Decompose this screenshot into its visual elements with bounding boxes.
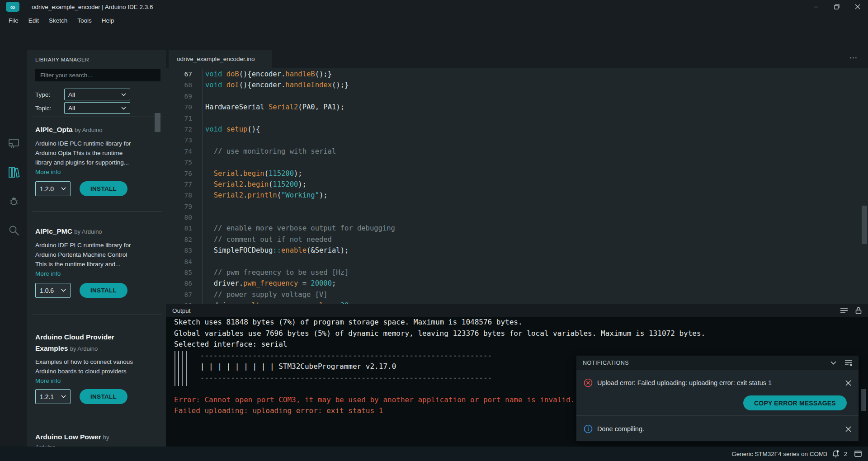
line-number: 68 xyxy=(166,80,202,90)
line-number: 81 xyxy=(166,223,202,234)
code-line: 68void doI(){encoder.handleIndex();} xyxy=(166,80,868,90)
code-line: 83 SimpleFOCDebug::enable(&Serial); xyxy=(166,245,868,256)
sidebar-item-debug[interactable] xyxy=(8,195,20,207)
install-button[interactable]: INSTALL xyxy=(80,389,127,404)
close-icon[interactable] xyxy=(845,426,851,432)
lock-scroll-icon[interactable] xyxy=(855,307,862,314)
clear-output-icon[interactable] xyxy=(840,307,848,314)
line-number: 86 xyxy=(166,278,202,289)
more-info-link[interactable]: More info xyxy=(35,269,161,278)
line-number: 71 xyxy=(166,113,202,124)
output-header: Output xyxy=(166,304,868,317)
sidebar-item-sketchbook[interactable] xyxy=(8,108,20,120)
sidebar-item-boards-manager[interactable] xyxy=(8,137,20,149)
library-name: AlPlc_PMC by Arduino xyxy=(35,226,161,237)
notification-count: 2 xyxy=(844,451,847,457)
library-name: Arduino Cloud Provider Examples by Ardui… xyxy=(35,331,161,354)
notification-item: Upload error: Failed uploading: uploadin… xyxy=(576,376,859,390)
more-actions-icon[interactable]: ⋯ xyxy=(849,52,858,63)
menu-sketch[interactable]: Sketch xyxy=(44,14,72,27)
version-value: 1.0.6 xyxy=(40,287,54,294)
line-number: 76 xyxy=(166,168,202,179)
output-line: Selected interface: serial xyxy=(174,339,868,350)
library-search-input[interactable] xyxy=(35,69,160,81)
more-info-link[interactable]: More info xyxy=(35,376,161,386)
line-number: 79 xyxy=(166,201,202,212)
minimize-button[interactable] xyxy=(806,0,826,14)
more-info-link[interactable]: More info xyxy=(35,167,161,177)
line-number: 73 xyxy=(166,135,202,146)
copy-error-messages-button[interactable]: COPY ERROR MESSAGES xyxy=(743,395,847,410)
menu-file[interactable]: File xyxy=(4,14,24,27)
notifications-title: NOTIFICATIONS xyxy=(583,360,629,366)
code-line: 86 driver.pwm_frequency = 20000; xyxy=(166,278,868,289)
notification-item: Done compiling. xyxy=(576,422,859,436)
code-line: 82 // comment out if not needed xyxy=(166,234,868,245)
activity-bar xyxy=(0,50,27,447)
library-name-text: AlPlc_PMC xyxy=(35,227,72,235)
bell-icon[interactable] xyxy=(832,450,840,458)
line-number: 78 xyxy=(166,190,202,201)
code-line: 69 xyxy=(166,91,868,102)
info-icon xyxy=(584,424,593,433)
ascii-art-bar xyxy=(178,351,179,386)
code-line: 67void doB(){encoder.handleB();} xyxy=(166,69,868,80)
output-title: Output xyxy=(172,307,191,314)
restore-button[interactable] xyxy=(826,0,847,14)
menu-tools[interactable]: Tools xyxy=(72,14,97,27)
arduino-ide-window: ∞ odrive_example_encoder | Arduino IDE 2… xyxy=(0,0,868,461)
line-number: 75 xyxy=(166,157,202,168)
topic-filter-row: Topic: All xyxy=(35,102,130,114)
sidebar-item-search[interactable] xyxy=(8,224,20,236)
code-line: 72void setup(){ xyxy=(166,124,868,135)
description-line: Arduino Portenta Machine Control xyxy=(35,250,161,259)
divider xyxy=(33,417,162,417)
menu-edit[interactable]: Edit xyxy=(24,14,44,27)
topic-label: Topic: xyxy=(35,105,64,112)
type-select[interactable]: All xyxy=(64,89,130,100)
type-select-value: All xyxy=(68,91,75,98)
library-author: by Arduino xyxy=(70,345,98,352)
install-button[interactable]: INSTALL xyxy=(80,181,127,196)
library-author: by Arduino xyxy=(75,127,102,133)
output-scrollbar[interactable] xyxy=(861,389,866,411)
panel-icon[interactable] xyxy=(854,451,862,457)
divider xyxy=(33,212,162,212)
board-port-status: Generic STM32F4 series on COM3 xyxy=(731,451,827,457)
output-line: Global variables use 7696 bytes (5%) of … xyxy=(174,328,868,339)
library-description: Arduino IDE PLC runtime library for Ardu… xyxy=(35,240,161,278)
library-author: Arduino xyxy=(35,442,161,447)
chevron-down-icon[interactable] xyxy=(830,361,836,365)
install-button[interactable]: INSTALL xyxy=(80,283,127,298)
menu-help[interactable]: Help xyxy=(97,14,119,27)
description-line: Arduino boards to cloud providers xyxy=(35,367,161,376)
notification-text: Done compiling. xyxy=(597,425,644,433)
line-number: 74 xyxy=(166,146,202,157)
close-button[interactable] xyxy=(847,0,868,14)
line-number: 77 xyxy=(166,179,202,190)
line-number: 67 xyxy=(166,69,202,80)
clear-all-notifications-icon[interactable] xyxy=(844,360,852,366)
code-area[interactable]: 67void doB(){encoder.handleB();}68void d… xyxy=(166,68,868,304)
version-value: 1.2.1 xyxy=(40,393,54,400)
menu-bar: FileEditSketchToolsHelp xyxy=(0,14,868,27)
close-icon[interactable] xyxy=(845,380,851,386)
line-number: 72 xyxy=(166,124,202,135)
chevron-down-icon xyxy=(61,187,66,190)
tab-odrive-example-encoder[interactable]: odrive_example_encoder.ino xyxy=(169,50,272,68)
library-author: by xyxy=(103,434,109,441)
version-select[interactable]: 1.0.6 xyxy=(35,283,71,298)
window-title: odrive_example_encoder | Arduino IDE 2.3… xyxy=(32,0,153,14)
version-select[interactable]: 1.2.1 xyxy=(35,389,71,404)
code-line: 80 xyxy=(166,212,868,223)
library-name-text: Arduino Cloud Provider xyxy=(35,331,161,343)
editor-scrollbar[interactable] xyxy=(862,206,867,244)
library-entry: Arduino Low Power by Arduino xyxy=(35,432,161,447)
description-line: Arduino IDE PLC runtime library for xyxy=(35,139,161,148)
sidebar-item-library-manager[interactable] xyxy=(8,166,20,179)
topic-select[interactable]: All xyxy=(64,102,130,114)
library-name-text: Examples xyxy=(35,344,68,352)
code-line: 76 Serial.begin(115200); xyxy=(166,168,868,179)
version-select[interactable]: 1.2.0 xyxy=(35,181,71,196)
code-line: 88 driver.voltage_power_supply = 20; xyxy=(166,300,868,304)
